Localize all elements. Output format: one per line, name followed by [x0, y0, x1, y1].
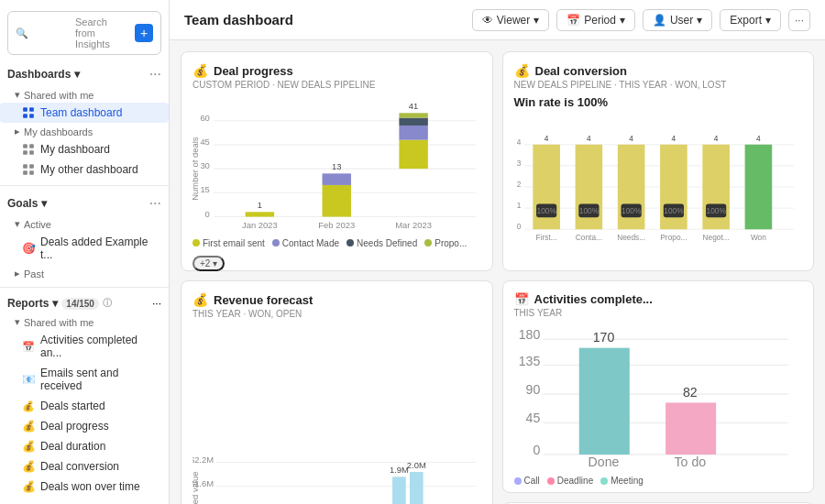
svg-text:60: 60	[200, 113, 209, 123]
past-goals-group[interactable]: ▸ Past	[0, 265, 169, 281]
chevron-down-icon: ▾	[765, 14, 771, 27]
dashboards-more-btn[interactable]: ···	[149, 66, 161, 82]
chevron-down-icon: ▾	[697, 14, 702, 27]
svg-text:0: 0	[205, 209, 210, 219]
svg-text:41: 41	[409, 101, 418, 111]
svg-rect-126	[666, 402, 716, 455]
svg-rect-1	[29, 107, 34, 112]
svg-text:100%: 100%	[536, 206, 556, 215]
svg-rect-7	[29, 150, 34, 155]
duration-icon: 💰	[22, 440, 35, 453]
activities-label: Activities completed an...	[40, 334, 161, 359]
sidebar-item-emails[interactable]: 📧 Emails sent and received	[0, 363, 169, 396]
revenue-forecast-title: Revenue forecast	[214, 293, 313, 307]
page-title: Team dashboard	[184, 12, 293, 27]
calendar-icon: 📅	[514, 292, 529, 306]
sidebar-item-my-dashboard[interactable]: My dashboard	[0, 139, 169, 159]
svg-rect-10	[23, 170, 28, 175]
svg-rect-3	[29, 114, 34, 118]
sidebar-item-deal-duration[interactable]: 💰 Deal duration	[0, 436, 169, 456]
export-button[interactable]: Export ▾	[720, 9, 781, 31]
shared-with-me-group[interactable]: ▾ Shared with me	[0, 86, 169, 103]
legend-color	[514, 477, 522, 485]
activities-header: 📅 Activities complete...	[514, 292, 803, 306]
svg-text:Mar 2023: Mar 2023	[395, 220, 432, 230]
win-rate-label: Win rate is 100%	[514, 95, 803, 109]
legend-propo: Propo...	[424, 238, 467, 248]
active-goals-group[interactable]: ▾ Active	[0, 215, 169, 232]
chevron-down-icon: ▾	[41, 197, 47, 210]
legend-color	[600, 477, 608, 485]
divider2	[0, 287, 169, 288]
svg-text:4: 4	[756, 134, 761, 143]
reports-more-btn[interactable]: ···	[152, 297, 161, 310]
activities-legend: Call Deadline Meeting	[514, 476, 803, 486]
add-button[interactable]: +	[135, 24, 153, 42]
svg-rect-33	[399, 113, 427, 117]
svg-text:45: 45	[525, 411, 540, 425]
deal-duration-label: Deal duration	[40, 440, 105, 453]
my-dashboards-group[interactable]: ▸ My dashboards	[0, 123, 169, 139]
legend-more-button[interactable]: +2 ▾	[192, 256, 225, 271]
sidebar-item-deal-conversion[interactable]: 💰 Deal conversion	[0, 456, 169, 477]
chevron-down-icon: ▾	[15, 218, 20, 230]
svg-rect-32	[399, 118, 427, 126]
more-options-button[interactable]: ···	[788, 9, 810, 31]
svg-text:3: 3	[516, 159, 521, 168]
sidebar-item-deals-added[interactable]: 🎯 Deals added Example t...	[0, 232, 169, 265]
deal-conversion-subtitle: NEW DEALS PIPELINE · THIS YEAR · WON, LO…	[514, 80, 803, 90]
user-button[interactable]: 👤 User ▾	[643, 9, 712, 31]
svg-text:Negot...: Negot...	[702, 233, 729, 242]
svg-text:4: 4	[671, 134, 676, 143]
sidebar-item-my-other-dashboard[interactable]: My other dashboard	[0, 159, 169, 180]
svg-rect-66	[744, 145, 772, 230]
deal-conversion-title: Deal conversion	[535, 64, 627, 78]
revenue-forecast-chart: $0 $550K $1.1M $1.6M $2.2M Deal weighted…	[192, 324, 481, 504]
svg-text:30: 30	[200, 160, 209, 170]
email-icon: 📧	[22, 373, 35, 386]
svg-text:90: 90	[525, 382, 540, 397]
reports-title: Reports ▾ 14/150 ⓘ	[7, 297, 112, 310]
viewer-button[interactable]: 👁 Viewer ▾	[472, 9, 549, 31]
legend-first-email: First email sent	[192, 238, 265, 248]
shared-reports-group[interactable]: ▾ Shared with me	[0, 313, 169, 330]
deal-conversion-label: Deal conversion	[40, 460, 119, 473]
revenue-forecast-subtitle: THIS YEAR · WON, OPEN	[192, 309, 481, 319]
search-icon: 🔍	[16, 27, 70, 39]
sidebar-item-activities-completed[interactable]: 📅 Activities completed an...	[0, 330, 169, 363]
activities-widget: 📅 Activities complete... THIS YEAR 0 45 …	[502, 280, 815, 493]
deal-progress-widget: 💰 Deal progress CUSTOM PERIOD · NEW DEAL…	[181, 51, 493, 271]
sidebar-item-team-dashboard[interactable]: Team dashboard	[0, 103, 169, 123]
svg-rect-96	[410, 472, 424, 504]
legend-color	[346, 239, 354, 247]
main-content: Team dashboard 👁 Viewer ▾ 📅 Period ▾ 👤 U…	[170, 0, 825, 504]
reports-section[interactable]: Reports ▾ 14/150 ⓘ ···	[0, 293, 169, 313]
goals-more-btn[interactable]: ···	[149, 195, 161, 212]
chevron-down-icon: ▾	[74, 68, 80, 81]
svg-text:13: 13	[332, 161, 341, 171]
sidebar-item-deals-won[interactable]: 💰 Deals won over time	[0, 477, 169, 497]
svg-text:2: 2	[516, 180, 521, 189]
divider	[0, 185, 169, 186]
deal-progress-subtitle: CUSTOM PERIOD · NEW DEALS PIPELINE	[192, 80, 481, 90]
svg-text:4: 4	[516, 137, 521, 147]
deal-icon: 💰	[22, 400, 35, 412]
info-icon: ⓘ	[103, 297, 112, 310]
svg-text:0: 0	[516, 222, 521, 231]
legend-color	[192, 239, 200, 247]
sidebar-item-deals-started[interactable]: 💰 Deals started	[0, 396, 169, 416]
legend-needs-defined: Needs Defined	[346, 238, 417, 248]
svg-text:Conta...: Conta...	[575, 233, 601, 242]
svg-text:Won: Won	[750, 233, 765, 242]
won-icon: 💰	[22, 480, 35, 493]
dashboards-section[interactable]: Dashboards ▾ ···	[0, 62, 169, 86]
search-box[interactable]: 🔍 Search from Insights +	[7, 11, 161, 55]
period-button[interactable]: 📅 Period ▾	[556, 9, 635, 31]
deal-conversion-chart: 0 1 2 3 4 100% First...	[514, 115, 803, 259]
svg-text:$2.2M: $2.2M	[192, 455, 214, 465]
deal-conversion-widget: 💰 Deal conversion NEW DEALS PIPELINE · T…	[502, 51, 815, 271]
sidebar-item-deal-progress[interactable]: 💰 Deal progress	[0, 416, 169, 436]
goals-section[interactable]: Goals ▾ ···	[0, 192, 169, 215]
svg-text:Needs...: Needs...	[617, 233, 645, 242]
svg-text:2.0M: 2.0M	[407, 460, 426, 470]
